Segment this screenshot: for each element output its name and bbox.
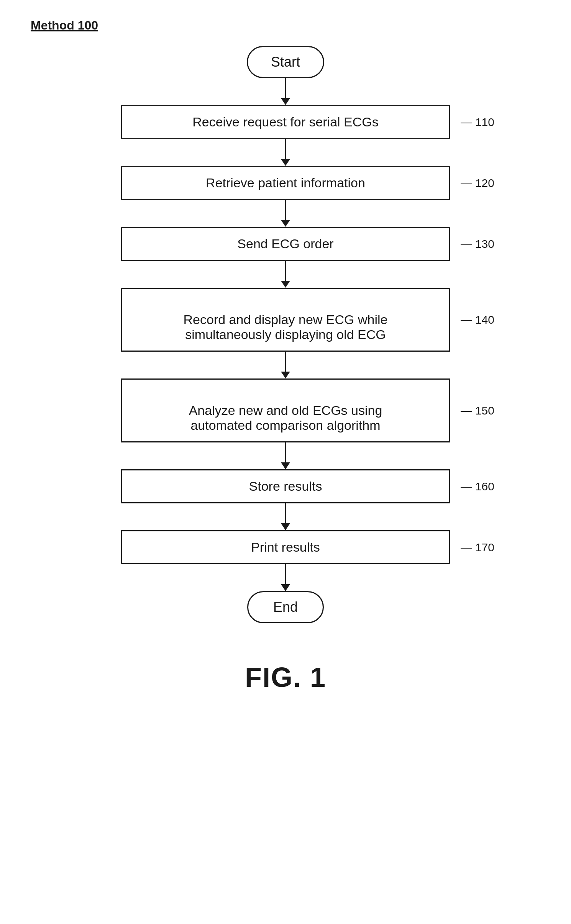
arrow-5 <box>281 442 290 469</box>
end-row: End <box>0 591 571 623</box>
step-row-110: Receive request for serial ECGs 110 <box>0 105 571 139</box>
step-number-130: 130 <box>461 238 494 251</box>
arrow-1 <box>281 139 290 166</box>
step-text-120: Retrieve patient information <box>206 175 365 190</box>
step-text-170: Print results <box>251 540 320 554</box>
step-box-160: Store results <box>121 469 450 503</box>
arrow-line <box>285 503 286 523</box>
step-text-140: Record and display new ECG while simulta… <box>184 312 388 342</box>
fig-label: FIG. 1 <box>245 662 326 693</box>
arrow-line <box>285 200 286 220</box>
arrow-6 <box>281 503 290 530</box>
arrow-head <box>281 523 290 530</box>
arrow-0 <box>281 78 290 105</box>
step-box-110: Receive request for serial ECGs <box>121 105 450 139</box>
arrow-2 <box>281 200 290 227</box>
arrow-head <box>281 584 290 591</box>
step-text-150: Analyze new and old ECGs using automated… <box>189 403 382 433</box>
arrow-line <box>285 442 286 462</box>
page: Method 100 Start Receive request for ser… <box>0 0 571 924</box>
step-row-130: Send ECG order 130 <box>0 227 571 261</box>
end-oval: End <box>247 591 324 623</box>
arrow-head <box>281 220 290 227</box>
step-text-160: Store results <box>249 479 322 493</box>
step-number-170: 170 <box>461 541 494 554</box>
start-row: Start <box>0 46 571 78</box>
step-number-140: 140 <box>461 313 494 326</box>
arrow-line <box>285 78 286 98</box>
arrow-head <box>281 159 290 166</box>
step-number-150: 150 <box>461 404 494 417</box>
arrow-head <box>281 281 290 288</box>
step-box-170: Print results <box>121 530 450 564</box>
step-row-150: Analyze new and old ECGs using automated… <box>0 378 571 442</box>
step-row-160: Store results 160 <box>0 469 571 503</box>
step-text-110: Receive request for serial ECGs <box>192 115 379 129</box>
step-box-150: Analyze new and old ECGs using automated… <box>121 378 450 442</box>
step-box-140: Record and display new ECG while simulta… <box>121 288 450 352</box>
start-oval: Start <box>247 46 324 78</box>
step-box-130: Send ECG order <box>121 227 450 261</box>
step-number-120: 120 <box>461 177 494 190</box>
arrow-3 <box>281 261 290 288</box>
arrow-line <box>285 261 286 281</box>
step-row-140: Record and display new ECG while simulta… <box>0 288 571 352</box>
step-text-130: Send ECG order <box>237 236 333 251</box>
step-number-160: 160 <box>461 480 494 493</box>
arrow-head <box>281 372 290 378</box>
flowchart: Start Receive request for serial ECGs 11… <box>0 46 571 623</box>
method-label: Method 100 <box>31 18 98 33</box>
arrow-line <box>285 139 286 159</box>
arrow-head <box>281 462 290 469</box>
step-row-170: Print results 170 <box>0 530 571 564</box>
step-box-120: Retrieve patient information <box>121 166 450 200</box>
arrow-7 <box>281 564 290 591</box>
arrow-4 <box>281 352 290 378</box>
arrow-line <box>285 564 286 584</box>
arrow-line <box>285 352 286 372</box>
step-number-110: 110 <box>461 116 494 129</box>
step-row-120: Retrieve patient information 120 <box>0 166 571 200</box>
arrow-head <box>281 98 290 105</box>
